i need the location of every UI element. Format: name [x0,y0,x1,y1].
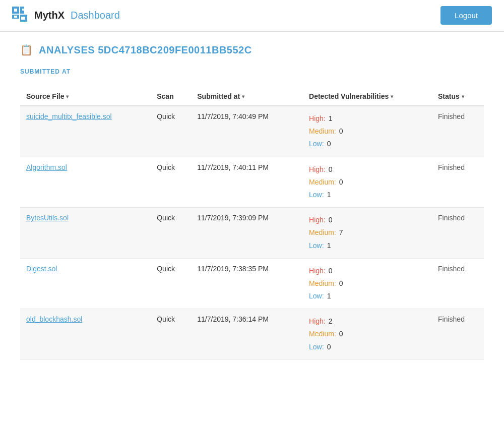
high-label: High: [309,163,326,176]
medium-label: Medium: [309,176,336,189]
low-label: Low: [309,290,324,302]
cell-submitted-at: 11/7/2019, 7:40:49 PM [191,106,303,157]
brand-area: MythX Dashboard [12,7,120,25]
table-row: Algorithm.solQuick11/7/2019, 7:40:11 PMH… [20,157,484,208]
mythx-logo-icon [12,7,30,25]
high-count: 0 [329,163,333,176]
vuln-low-row: Low:0 [309,341,426,353]
high-count: 1 [329,112,333,125]
cell-submitted-at: 11/7/2019, 7:39:09 PM [191,208,303,259]
analyses-header: 📋 ANALYSES 5DC4718BC209FE0011BB552C [20,44,484,56]
vuln-low-row: Low:1 [309,239,426,252]
cell-scan: Quick [151,106,191,157]
cell-vulnerabilities: High:0Medium:0Low:1 [303,258,432,309]
cell-status: Finished [432,309,484,360]
medium-count: 7 [339,226,343,239]
submitted-at-label: SUBMITTED AT [20,68,484,75]
table-header: Source File ▾ Scan Submitted at ▾ Detect… [20,87,484,106]
medium-count: 0 [339,277,343,290]
source-file-link[interactable]: BytesUtils.sol [26,214,69,222]
cell-vulnerabilities: High:2Medium:0Low:0 [303,309,432,360]
low-count: 0 [327,138,331,150]
cell-scan: Quick [151,157,191,208]
source-file-link[interactable]: old_blockhash.sol [26,315,82,323]
vuln-medium-row: Medium:0 [309,328,426,340]
low-label: Low: [309,341,324,353]
high-count: 0 [329,214,333,226]
cell-vulnerabilities: High:1Medium:0Low:0 [303,106,432,157]
medium-count: 0 [339,328,343,340]
cell-submitted-at: 11/7/2019, 7:40:11 PM [191,157,303,208]
vuln-high-row: High:0 [309,265,426,277]
col-detected-vuln[interactable]: Detected Vulnerabilities ▾ [303,87,432,106]
svg-rect-7 [21,17,25,20]
low-label: Low: [309,189,324,201]
high-count: 0 [329,265,333,277]
table-row: old_blockhash.solQuick11/7/2019, 7:36:14… [20,309,484,360]
cell-vulnerabilities: High:0Medium:0Low:1 [303,157,432,208]
document-icon: 📋 [20,44,33,56]
brand-subtitle: Dashboard [71,10,120,21]
vuln-high-row: High:0 [309,163,426,176]
logout-button[interactable]: Logout [440,6,492,25]
vuln-medium-row: Medium:0 [309,277,426,290]
table-row: Digest.solQuick11/7/2019, 7:38:35 PMHigh… [20,258,484,309]
medium-count: 0 [339,176,343,189]
submitted-at-sort-icon: ▾ [242,94,244,99]
svg-rect-4 [14,9,17,12]
detected-vuln-sort-icon: ▾ [391,94,393,99]
cell-status: Finished [432,208,484,259]
vuln-high-row: High:1 [309,112,426,125]
low-count: 0 [327,341,331,353]
svg-rect-5 [22,9,24,11]
vuln-low-row: Low:0 [309,138,426,150]
vuln-high-row: High:0 [309,214,426,226]
low-count: 1 [327,189,331,201]
main-content: 📋 ANALYSES 5DC4718BC209FE0011BB552C SUBM… [0,32,504,372]
cell-vulnerabilities: High:0Medium:7Low:1 [303,208,432,259]
analyses-table: Source File ▾ Scan Submitted at ▾ Detect… [20,87,484,360]
medium-count: 0 [339,125,343,138]
cell-submitted-at: 11/7/2019, 7:38:35 PM [191,258,303,309]
col-submitted-at[interactable]: Submitted at ▾ [191,87,303,106]
brand-name: MythX [34,10,65,21]
low-label: Low: [309,239,324,252]
high-label: High: [309,265,326,277]
svg-rect-6 [14,16,17,18]
cell-source-file: suicide_multitx_feasible.sol [20,106,151,157]
low-label: Low: [309,138,324,150]
cell-scan: Quick [151,208,191,259]
cell-status: Finished [432,157,484,208]
cell-status: Finished [432,106,484,157]
source-file-link[interactable]: Digest.sol [26,265,57,273]
table-row: BytesUtils.solQuick11/7/2019, 7:39:09 PM… [20,208,484,259]
table-body: suicide_multitx_feasible.solQuick11/7/20… [20,106,484,359]
high-label: High: [309,112,326,125]
cell-source-file: BytesUtils.sol [20,208,151,259]
cell-scan: Quick [151,258,191,309]
cell-status: Finished [432,258,484,309]
vuln-low-row: Low:1 [309,189,426,201]
low-count: 1 [327,290,331,302]
source-file-link[interactable]: Algorithm.sol [26,163,67,171]
low-count: 1 [327,239,331,252]
vuln-low-row: Low:1 [309,290,426,302]
medium-label: Medium: [309,125,336,138]
high-count: 2 [329,315,333,328]
high-label: High: [309,214,326,226]
col-source-file[interactable]: Source File ▾ [20,87,151,106]
header: MythX Dashboard Logout [0,0,504,32]
medium-label: Medium: [309,328,336,340]
vuln-medium-row: Medium:0 [309,176,426,189]
cell-scan: Quick [151,309,191,360]
medium-label: Medium: [309,226,336,239]
status-sort-icon: ▾ [462,94,464,99]
cell-submitted-at: 11/7/2019, 7:36:14 PM [191,309,303,360]
analyses-title: ANALYSES 5DC4718BC209FE0011BB552C [39,44,252,56]
source-file-sort-icon: ▾ [66,94,69,99]
cell-source-file: Algorithm.sol [20,157,151,208]
cell-source-file: Digest.sol [20,258,151,309]
col-status[interactable]: Status ▾ [432,87,484,106]
col-scan: Scan [151,87,191,106]
source-file-link[interactable]: suicide_multitx_feasible.sol [26,112,112,120]
